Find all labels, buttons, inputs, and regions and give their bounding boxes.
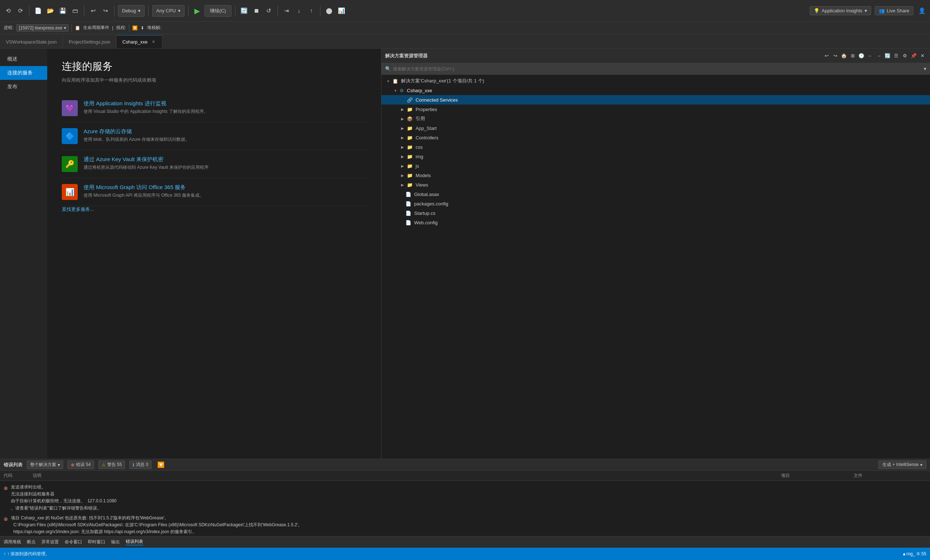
- tree-web-config[interactable]: 📄 Web.config: [382, 218, 930, 227]
- app-insights-button[interactable]: 💡 Application Insights ▾: [810, 6, 871, 15]
- sol-nav-icon[interactable]: ←: [866, 52, 874, 60]
- sol-close-icon[interactable]: ✕: [918, 52, 926, 60]
- sol-sync-icon[interactable]: ↩: [822, 52, 830, 60]
- sidebar-item-publish[interactable]: 发布: [0, 80, 47, 94]
- tab-vsworkspace[interactable]: VSWorkspaceState.json: [0, 35, 63, 48]
- toolbar-step-into-icon[interactable]: ↓: [294, 6, 304, 16]
- toolbar-open-icon[interactable]: 📂: [45, 6, 55, 16]
- play-icon[interactable]: ▶: [192, 6, 202, 16]
- toolbar-restart-icon[interactable]: ↺: [264, 6, 274, 16]
- service-item-azure-storage[interactable]: 🔷 Azure 存储的云存储 使用 blob、队列或表的 Azure 存储来存储…: [62, 122, 366, 150]
- warning-count-badge[interactable]: ⚠ 警告 55: [99, 460, 125, 469]
- service-item-keyvault[interactable]: 🔑 通过 Azure Key Vault 来保护机密 通过将机密从源代码移动到 …: [62, 150, 366, 178]
- bottom-tab-callstack[interactable]: 调用堆栈: [4, 539, 21, 545]
- bottom-tab-exceptions[interactable]: 异常设置: [42, 539, 59, 545]
- sidebar-item-connected-services[interactable]: 连接的服务: [0, 66, 47, 80]
- bottom-tab-immediate[interactable]: 即时窗口: [88, 539, 105, 545]
- tree-global-asax[interactable]: 📄 Global.asax: [382, 189, 930, 199]
- connected-services-tree-icon: 🔗: [407, 97, 413, 103]
- error-count-badge[interactable]: ⊗ 错误 54: [68, 460, 94, 469]
- toolbar-performance-icon[interactable]: 📊: [336, 6, 346, 16]
- error-filter-dropdown[interactable]: 整个解决方案 ▾: [27, 460, 63, 469]
- bottom-tab-errorlist[interactable]: 错误列表: [126, 539, 143, 546]
- sol-refresh-icon[interactable]: ↪: [831, 52, 839, 60]
- toolbar-step-out-icon[interactable]: ↑: [306, 6, 316, 16]
- appstart-folder-icon: 📁: [407, 126, 413, 131]
- tree-css[interactable]: ▶ 📁 css: [382, 142, 930, 152]
- toolbar-sep-4: [148, 5, 149, 16]
- tab-vsworkspace-label: VSWorkspaceState.json: [6, 39, 57, 44]
- service-item-msgraph[interactable]: 📊 使用 Microsoft Graph 访问 Office 365 服务 使用…: [62, 178, 366, 206]
- tree-app-start[interactable]: ▶ 📁 App_Start: [382, 123, 930, 133]
- tree-packages-config[interactable]: 📄 packages.config: [382, 199, 930, 208]
- tree-startup-cs[interactable]: 📄 Startup.cs: [382, 208, 930, 218]
- message-count-badge[interactable]: ℹ 消息 0: [129, 460, 151, 469]
- sol-nav2-icon[interactable]: →: [875, 52, 883, 60]
- sol-pin-icon[interactable]: 📌: [910, 52, 918, 60]
- tree-views[interactable]: ▶ 📁 Views: [382, 180, 930, 189]
- tab-projectsettings-label: ProjectSettings.json: [69, 39, 111, 44]
- toolbar-redo-icon[interactable]: ↪: [100, 6, 111, 16]
- tree-models[interactable]: ▶ 📁 Models: [382, 170, 930, 180]
- tree-references[interactable]: ▶ 📦 引用: [382, 114, 930, 123]
- status-source-control[interactable]: ↑ ↑ 添加到源代码管理。: [4, 551, 50, 557]
- toolbar-undo-icon[interactable]: ↩: [88, 6, 98, 16]
- callstack-label: 堆栈帧:: [147, 25, 161, 31]
- cpu-dropdown[interactable]: Any CPU ▾: [152, 5, 184, 17]
- tree-solution-root[interactable]: ▾ 📋 解决方案'Csharp_xxe'(1 个项目/共 1 个): [382, 76, 930, 86]
- toolbar-step-over-icon[interactable]: ⇥: [282, 6, 292, 16]
- live-share-icon: 👥: [879, 8, 885, 14]
- process-select[interactable]: [15972] iisexpress.exe ▾: [16, 24, 68, 32]
- error-row-2[interactable]: ⊗ 项目 Csharp_xxe 的 NuGet 包还原失败: 找不到'1.5.2…: [0, 513, 930, 536]
- toolbar-new-icon[interactable]: 📄: [33, 6, 43, 16]
- build-button[interactable]: 生成 + IntelliSense ▾: [878, 460, 926, 469]
- tree-img[interactable]: ▶ 📁 img: [382, 152, 930, 161]
- tab-csharp-xxe[interactable]: Csharp_xxe ✕: [117, 35, 162, 48]
- sol-view-icon[interactable]: ⊞: [848, 52, 857, 60]
- tree-project[interactable]: ▾ ⚙ Csharp_xxe: [382, 86, 930, 95]
- sol-filter-icon[interactable]: ☰: [892, 52, 900, 60]
- project-chevron-icon: ▾: [393, 89, 398, 92]
- filter2-icon: ⬇: [140, 25, 144, 31]
- filter-chevron-icon: ▾: [58, 462, 60, 468]
- bottom-tab-output[interactable]: 输出: [111, 539, 120, 545]
- bottom-tab-breakpoints[interactable]: 断点: [27, 539, 35, 545]
- error-row-1[interactable]: ⊗ 发送请求时出错。 无法连接到远程服务器 由于目标计算机积极拒绝，无法连接。 …: [0, 482, 930, 513]
- sol-gear-icon[interactable]: ⚙: [901, 52, 909, 60]
- toolbar-save-icon[interactable]: 💾: [58, 6, 68, 16]
- continue-label: 继续(C): [210, 8, 226, 14]
- toolbar-back-icon[interactable]: ⟲: [3, 6, 13, 16]
- service-azure-storage-text: Azure 存储的云存储 使用 blob、队列或表的 Azure 存储来存储和访…: [83, 128, 366, 143]
- sol-sync2-icon[interactable]: 🔄: [884, 52, 892, 60]
- bottom-tabs: 调用堆栈 断点 异常设置 命令窗口 即时窗口 输出 错误列表: [0, 536, 930, 548]
- error-filter2-icon[interactable]: 🔽: [156, 460, 166, 470]
- continue-button[interactable]: 继续(C): [205, 5, 231, 17]
- toolbar-breakpoint-icon[interactable]: ⬤: [324, 6, 334, 16]
- warning-badge-icon: ⚠: [102, 462, 106, 468]
- tab-close-icon[interactable]: ✕: [150, 39, 156, 45]
- tab-projectsettings[interactable]: ProjectSettings.json: [63, 35, 117, 48]
- bottom-tab-cmdwindow[interactable]: 命令窗口: [65, 539, 82, 545]
- debug-dropdown[interactable]: Debug ▾: [118, 5, 145, 17]
- toolbar-saveall-icon[interactable]: 🗃: [70, 6, 80, 16]
- service-item-appinsights[interactable]: 💜 使用 Application Insights 进行监视 使用 Visual…: [62, 94, 366, 122]
- tree-properties[interactable]: ▶ 📁 Properties: [382, 104, 930, 114]
- error-row1-icon: ⊗: [4, 484, 8, 492]
- sidebar-item-overview[interactable]: 概述: [0, 52, 47, 66]
- center-row: 概述 连接的服务 发布 连接的服务 向应用程序添加其中一种服务的代码或依赖项: [0, 49, 930, 459]
- tree-connected-services[interactable]: 🔗 Connected Services: [382, 95, 930, 104]
- search-input[interactable]: [393, 66, 922, 72]
- tree-controllers[interactable]: ▶ 📁 Controllers: [382, 133, 930, 142]
- live-share-button[interactable]: 👥 Live Share: [875, 6, 913, 15]
- more-services-link[interactable]: 直找更多服务...: [62, 207, 94, 212]
- source-control-label: ↑ 添加到源代码管理。: [7, 551, 50, 557]
- toolbar-refresh-icon[interactable]: 🔄: [239, 6, 249, 16]
- page-subtitle: 向应用程序添加其中一种服务的代码或依赖项: [62, 77, 366, 83]
- toolbar-stop-icon[interactable]: ⏹: [251, 6, 262, 16]
- sol-home-icon[interactable]: 🏠: [840, 52, 848, 60]
- tree-js[interactable]: ▶ 📁 js: [382, 161, 930, 170]
- toolbar-forward-icon[interactable]: ⟳: [15, 6, 25, 16]
- user-icon[interactable]: 👤: [917, 6, 927, 16]
- img-label: img: [416, 154, 423, 159]
- sol-history-icon[interactable]: 🕐: [858, 52, 865, 60]
